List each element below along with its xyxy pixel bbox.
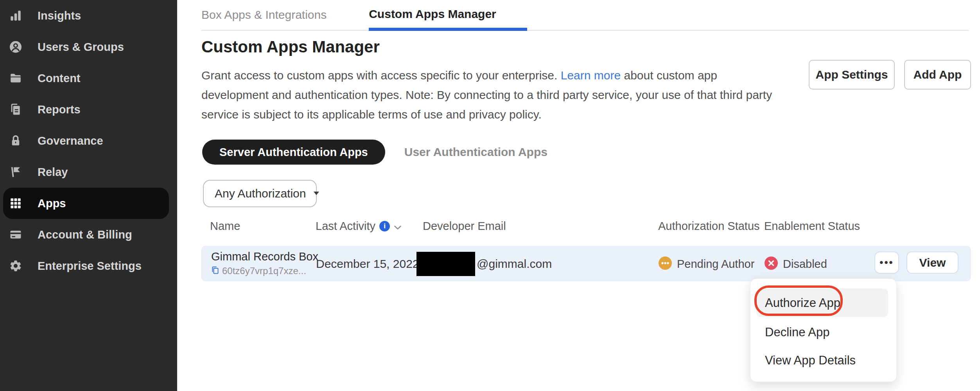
chevron-down-icon <box>313 190 320 197</box>
row-view-button[interactable]: View <box>906 251 958 274</box>
lock-icon <box>9 134 23 148</box>
row-actions-menu: Authorize App Decline App View App Detai… <box>750 278 897 382</box>
folder-icon <box>9 71 23 85</box>
sidebar-item-enterprise-settings[interactable]: Enterprise Settings <box>0 250 177 282</box>
disabled-status-icon <box>765 256 778 271</box>
reports-icon <box>9 102 23 117</box>
developer-email-cell: @gimmal.com <box>416 246 552 282</box>
pending-status-icon <box>659 256 672 271</box>
flag-icon <box>9 165 23 179</box>
column-header-name[interactable]: Name <box>210 214 240 238</box>
sidebar-item-label: Apps <box>38 197 66 210</box>
sidebar-item-users-groups[interactable]: Users & Groups <box>0 31 177 63</box>
segment-server-authentication-apps[interactable]: Server Authentication Apps <box>202 140 385 165</box>
table-header: Name Last Activity i Developer Email Aut… <box>201 214 971 238</box>
row-more-actions-button[interactable]: ••• <box>874 251 899 274</box>
sidebar-item-label: Enterprise Settings <box>38 260 142 273</box>
app-id: 60tz6y7vrp1q7xze... <box>222 265 306 276</box>
column-header-last-activity[interactable]: Last Activity i <box>316 214 402 238</box>
tab-bar: Box Apps & Integrations Custom Apps Mana… <box>201 0 969 31</box>
app-settings-button[interactable]: App Settings <box>809 60 895 90</box>
app-name: Gimmal Records Box <box>211 250 318 263</box>
main-content: Box Apps & Integrations Custom Apps Mana… <box>177 0 980 391</box>
sidebar-item-label: Account & Billing <box>38 228 132 241</box>
last-activity-cell: December 15, 2022 <box>316 246 419 282</box>
menu-item-view-app-details[interactable]: View App Details <box>756 346 888 375</box>
tab-box-apps-integrations[interactable]: Box Apps & Integrations <box>201 0 327 30</box>
sidebar-item-label: Content <box>38 72 81 85</box>
sidebar-item-label: Insights <box>38 9 81 22</box>
table-row[interactable]: Gimmal Records Box 60tz6y7vrp1q7xze... D… <box>201 246 971 281</box>
authorization-status-cell: Pending Authoriza <box>659 246 754 282</box>
email-domain: @gimmal.com <box>477 257 552 271</box>
sidebar-item-relay[interactable]: Relay <box>0 156 177 188</box>
page-description: Grant access to custom apps with access … <box>201 66 778 124</box>
redacted-text <box>416 252 475 276</box>
enablement-status-cell: Disabled <box>765 246 827 282</box>
menu-item-decline-app[interactable]: Decline App <box>756 318 888 346</box>
sidebar-item-governance[interactable]: Governance <box>0 125 177 156</box>
auth-type-segmented-control: Server Authentication Apps User Authenti… <box>202 140 547 165</box>
description-text: Grant access to custom apps with access … <box>201 69 561 82</box>
sidebar-item-insights[interactable]: Insights <box>0 0 177 31</box>
column-header-enablement-status[interactable]: Enablement Status <box>764 214 860 238</box>
sidebar-item-label: Relay <box>38 166 68 179</box>
app-name-cell: Gimmal Records Box 60tz6y7vrp1q7xze... <box>211 250 318 276</box>
bar-chart-icon <box>9 9 23 23</box>
segment-user-authentication-apps[interactable]: User Authentication Apps <box>404 145 547 159</box>
grid-icon <box>9 196 23 210</box>
info-icon[interactable]: i <box>379 221 390 231</box>
menu-item-authorize-app[interactable]: Authorize App <box>756 289 888 317</box>
authorization-filter-dropdown[interactable]: Any Authorization <box>203 180 317 207</box>
sidebar-item-account-billing[interactable]: Account & Billing <box>0 219 177 250</box>
copy-icon[interactable] <box>211 265 219 276</box>
gear-icon <box>9 259 23 273</box>
status-badge: Disabled <box>783 258 827 271</box>
sidebar-item-apps[interactable]: Apps <box>3 188 169 219</box>
tab-custom-apps-manager[interactable]: Custom Apps Manager <box>369 0 527 31</box>
sidebar-item-label: Reports <box>38 103 81 116</box>
credit-card-icon <box>9 228 23 242</box>
sidebar-item-label: Users & Groups <box>38 41 124 54</box>
sidebar-item-content[interactable]: Content <box>0 63 177 94</box>
sort-chevron-down-icon[interactable] <box>394 220 402 233</box>
learn-more-link[interactable]: Learn more <box>561 69 621 82</box>
column-header-developer-email[interactable]: Developer Email <box>423 214 506 238</box>
users-icon <box>9 40 23 54</box>
sidebar-item-reports[interactable]: Reports <box>0 94 177 125</box>
filter-selected-value: Any Authorization <box>215 187 306 200</box>
column-header-label: Last Activity <box>316 220 375 233</box>
add-app-button[interactable]: Add App <box>904 60 971 90</box>
status-badge: Pending Authoriza <box>677 258 754 271</box>
page-title: Custom Apps Manager <box>201 38 380 56</box>
column-header-authorization-status[interactable]: Authorization Status <box>658 214 760 238</box>
sidebar: Insights Users & Groups Content Reports … <box>0 0 177 391</box>
sidebar-item-label: Governance <box>38 135 103 147</box>
